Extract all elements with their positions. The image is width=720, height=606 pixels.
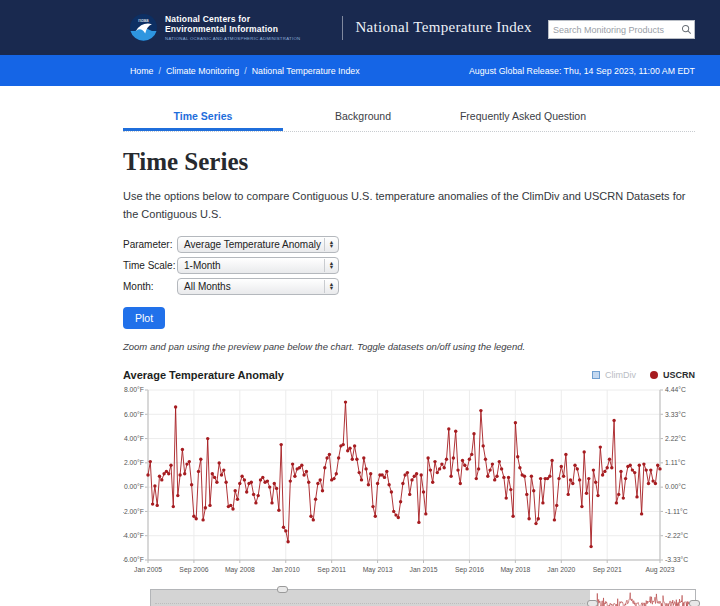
tab-background[interactable]: Background xyxy=(283,105,443,129)
tab-time-series[interactable]: Time Series xyxy=(123,105,283,129)
main-content: Time Series Background Frequently Asked … xyxy=(123,105,695,606)
month-label: Month: xyxy=(123,281,177,292)
timescale-select[interactable]: 1-Month ▲▼ xyxy=(177,257,339,274)
breadcrumb: Home / Climate Monitoring / National Tem… xyxy=(130,66,360,76)
svg-text:-4.00°F: -4.00°F xyxy=(123,532,144,539)
preview-handle-left[interactable] xyxy=(587,600,598,606)
plot-button[interactable]: Plot xyxy=(123,307,165,329)
uscrn-marker-icon xyxy=(650,371,658,379)
site-header: noaa National Centers for Environmental … xyxy=(0,0,720,55)
svg-text:3.33°C: 3.33°C xyxy=(665,411,686,418)
page-title: National Temperature Index xyxy=(355,19,531,36)
org-line2: Environmental Information xyxy=(165,24,300,34)
search-box xyxy=(548,20,695,39)
parameter-label: Parameter: xyxy=(123,239,177,250)
svg-text:-6.00°F: -6.00°F xyxy=(123,556,144,563)
chart-title: Average Temperature Anomaly xyxy=(123,369,284,381)
tab-bar: Time Series Background Frequently Asked … xyxy=(123,105,603,129)
parameter-select[interactable]: Average Temperature Anomaly ▲▼ xyxy=(177,236,339,253)
select-stepper-icon: ▲▼ xyxy=(324,259,338,272)
svg-text:Jan 2015: Jan 2015 xyxy=(410,566,438,573)
preview-selected-region[interactable] xyxy=(590,590,695,606)
preview-handle-top[interactable] xyxy=(277,586,288,593)
org-name: National Centers for Environmental Infor… xyxy=(165,14,300,41)
svg-text:May 2013: May 2013 xyxy=(363,566,393,574)
svg-text:4.00°F: 4.00°F xyxy=(124,435,144,442)
search-input[interactable] xyxy=(549,25,678,35)
breadcrumb-separator: / xyxy=(158,66,160,76)
breadcrumb-home[interactable]: Home xyxy=(130,66,153,76)
tab-rule xyxy=(123,131,695,132)
svg-text:noaa: noaa xyxy=(138,18,149,23)
svg-text:-3.33°C: -3.33°C xyxy=(665,556,688,563)
temperature-anomaly-chart: 8.00°F4.44°C6.00°F3.33°C4.00°F2.22°C2.00… xyxy=(123,385,695,581)
legend-item-uscrn[interactable]: USCRN xyxy=(650,370,695,380)
svg-text:8.00°F: 8.00°F xyxy=(124,386,144,393)
noaa-logo: noaa xyxy=(130,14,157,41)
release-status: August Global Release: Thu, 14 Sep 2023,… xyxy=(469,66,695,76)
breadcrumb-climate-monitoring[interactable]: Climate Monitoring xyxy=(166,66,239,76)
breadcrumb-national-temperature-index[interactable]: National Temperature Index xyxy=(252,66,360,76)
org-line1: National Centers for xyxy=(165,14,300,24)
preview-handle-right[interactable] xyxy=(689,600,700,606)
page-heading: Time Series xyxy=(123,148,695,176)
chart-legend: ClimDiv USCRN xyxy=(592,370,695,380)
description-text: Use the options below to compare Contigu… xyxy=(123,188,695,223)
svg-text:Sep 2021: Sep 2021 xyxy=(593,566,622,574)
plot-options-form: Parameter: Average Temperature Anomaly ▲… xyxy=(123,236,695,329)
svg-text:Aug 2023: Aug 2023 xyxy=(645,566,674,574)
timescale-label: Time Scale: xyxy=(123,260,177,271)
svg-text:Jan 2010: Jan 2010 xyxy=(272,566,300,573)
select-stepper-icon: ▲▼ xyxy=(324,238,338,251)
svg-text:-1.11°C: -1.11°C xyxy=(665,508,688,515)
org-subtitle: NATIONAL OCEANIC AND ATMOSPHERIC ADMINIS… xyxy=(165,36,300,41)
svg-text:Sep 2016: Sep 2016 xyxy=(455,566,484,574)
tab-faq[interactable]: Frequently Asked Question xyxy=(443,105,603,129)
svg-text:2.22°C: 2.22°C xyxy=(665,435,686,442)
svg-text:-2.22°C: -2.22°C xyxy=(665,532,688,539)
select-stepper-icon: ▲▼ xyxy=(324,280,338,293)
chart-preview-pane[interactable] xyxy=(150,589,696,606)
chart-hint-note: Zoom and pan using the preview pane belo… xyxy=(123,341,695,352)
climdiv-marker-icon xyxy=(592,371,600,379)
svg-text:May 2008: May 2008 xyxy=(225,566,255,574)
search-icon[interactable] xyxy=(678,24,694,35)
svg-text:1.11°C: 1.11°C xyxy=(665,459,685,466)
svg-text:Jan 2005: Jan 2005 xyxy=(134,566,162,573)
month-select[interactable]: All Months ▲▼ xyxy=(177,278,339,295)
header-divider xyxy=(342,16,343,40)
legend-item-climdiv[interactable]: ClimDiv xyxy=(592,370,636,380)
svg-text:Sep 2011: Sep 2011 xyxy=(317,566,346,574)
preview-texture xyxy=(155,603,585,604)
svg-text:0.00°F: 0.00°F xyxy=(124,484,144,491)
svg-text:2.00°F: 2.00°F xyxy=(124,459,144,466)
svg-text:6.00°F: 6.00°F xyxy=(124,411,144,418)
breadcrumb-separator: / xyxy=(244,66,246,76)
svg-text:Sep 2006: Sep 2006 xyxy=(179,566,208,574)
svg-text:-2.00°F: -2.00°F xyxy=(123,508,144,515)
chart-header: Average Temperature Anomaly ClimDiv USCR… xyxy=(123,369,695,381)
svg-text:0.00°C: 0.00°C xyxy=(665,484,686,491)
svg-text:May 2018: May 2018 xyxy=(500,566,530,574)
svg-text:4.44°C: 4.44°C xyxy=(665,386,686,393)
svg-text:Jan 2020: Jan 2020 xyxy=(547,566,575,573)
breadcrumb-bar: Home / Climate Monitoring / National Tem… xyxy=(0,55,720,86)
